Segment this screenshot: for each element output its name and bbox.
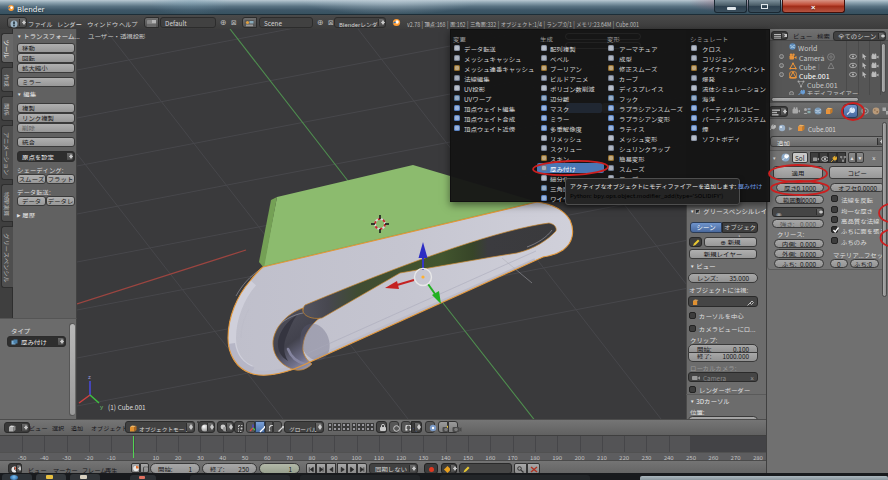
svg-text:z: z (88, 372, 91, 381)
